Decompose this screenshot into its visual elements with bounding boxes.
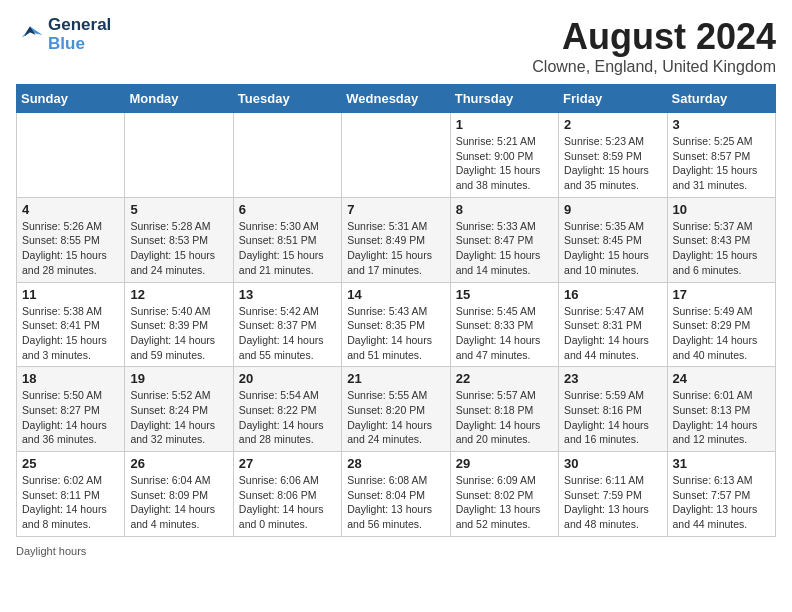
day-info: Sunrise: 6:13 AMSunset: 7:57 PMDaylight:… (673, 473, 770, 532)
calendar-cell (342, 113, 450, 198)
calendar-cell: 12Sunrise: 5:40 AMSunset: 8:39 PMDayligh… (125, 282, 233, 367)
day-number: 7 (347, 202, 444, 217)
day-number: 3 (673, 117, 770, 132)
day-of-week-header: Wednesday (342, 85, 450, 113)
day-number: 24 (673, 371, 770, 386)
day-number: 13 (239, 287, 336, 302)
calendar-cell: 3Sunrise: 5:25 AMSunset: 8:57 PMDaylight… (667, 113, 775, 198)
calendar-cell (17, 113, 125, 198)
calendar-cell: 29Sunrise: 6:09 AMSunset: 8:02 PMDayligh… (450, 452, 558, 537)
day-number: 17 (673, 287, 770, 302)
day-info: Sunrise: 5:54 AMSunset: 8:22 PMDaylight:… (239, 388, 336, 447)
calendar-cell: 7Sunrise: 5:31 AMSunset: 8:49 PMDaylight… (342, 197, 450, 282)
calendar-cell: 20Sunrise: 5:54 AMSunset: 8:22 PMDayligh… (233, 367, 341, 452)
logo: General Blue (16, 16, 111, 53)
calendar-header-row: SundayMondayTuesdayWednesdayThursdayFrid… (17, 85, 776, 113)
day-number: 8 (456, 202, 553, 217)
day-info: Sunrise: 6:08 AMSunset: 8:04 PMDaylight:… (347, 473, 444, 532)
calendar-cell: 25Sunrise: 6:02 AMSunset: 8:11 PMDayligh… (17, 452, 125, 537)
day-info: Sunrise: 5:52 AMSunset: 8:24 PMDaylight:… (130, 388, 227, 447)
day-number: 25 (22, 456, 119, 471)
calendar-week-row: 11Sunrise: 5:38 AMSunset: 8:41 PMDayligh… (17, 282, 776, 367)
day-number: 26 (130, 456, 227, 471)
day-info: Sunrise: 6:04 AMSunset: 8:09 PMDaylight:… (130, 473, 227, 532)
day-number: 2 (564, 117, 661, 132)
calendar-cell: 1Sunrise: 5:21 AMSunset: 9:00 PMDaylight… (450, 113, 558, 198)
day-number: 15 (456, 287, 553, 302)
day-info: Sunrise: 5:59 AMSunset: 8:16 PMDaylight:… (564, 388, 661, 447)
day-number: 28 (347, 456, 444, 471)
calendar-cell: 4Sunrise: 5:26 AMSunset: 8:55 PMDaylight… (17, 197, 125, 282)
day-number: 22 (456, 371, 553, 386)
day-info: Sunrise: 5:38 AMSunset: 8:41 PMDaylight:… (22, 304, 119, 363)
page-header: General Blue August 2024 Clowne, England… (16, 16, 776, 76)
day-number: 5 (130, 202, 227, 217)
day-info: Sunrise: 5:47 AMSunset: 8:31 PMDaylight:… (564, 304, 661, 363)
day-info: Sunrise: 5:50 AMSunset: 8:27 PMDaylight:… (22, 388, 119, 447)
calendar-cell: 14Sunrise: 5:43 AMSunset: 8:35 PMDayligh… (342, 282, 450, 367)
calendar-cell: 26Sunrise: 6:04 AMSunset: 8:09 PMDayligh… (125, 452, 233, 537)
day-number: 12 (130, 287, 227, 302)
day-info: Sunrise: 5:28 AMSunset: 8:53 PMDaylight:… (130, 219, 227, 278)
day-info: Sunrise: 5:33 AMSunset: 8:47 PMDaylight:… (456, 219, 553, 278)
day-info: Sunrise: 5:55 AMSunset: 8:20 PMDaylight:… (347, 388, 444, 447)
day-of-week-header: Thursday (450, 85, 558, 113)
calendar-cell: 16Sunrise: 5:47 AMSunset: 8:31 PMDayligh… (559, 282, 667, 367)
day-info: Sunrise: 5:30 AMSunset: 8:51 PMDaylight:… (239, 219, 336, 278)
day-info: Sunrise: 5:23 AMSunset: 8:59 PMDaylight:… (564, 134, 661, 193)
calendar-cell: 2Sunrise: 5:23 AMSunset: 8:59 PMDaylight… (559, 113, 667, 198)
calendar-cell: 8Sunrise: 5:33 AMSunset: 8:47 PMDaylight… (450, 197, 558, 282)
day-number: 19 (130, 371, 227, 386)
calendar-cell: 18Sunrise: 5:50 AMSunset: 8:27 PMDayligh… (17, 367, 125, 452)
day-info: Sunrise: 6:09 AMSunset: 8:02 PMDaylight:… (456, 473, 553, 532)
calendar-week-row: 25Sunrise: 6:02 AMSunset: 8:11 PMDayligh… (17, 452, 776, 537)
location-subtitle: Clowne, England, United Kingdom (532, 58, 776, 76)
calendar-week-row: 1Sunrise: 5:21 AMSunset: 9:00 PMDaylight… (17, 113, 776, 198)
calendar-cell (233, 113, 341, 198)
day-number: 16 (564, 287, 661, 302)
day-info: Sunrise: 5:45 AMSunset: 8:33 PMDaylight:… (456, 304, 553, 363)
day-of-week-header: Sunday (17, 85, 125, 113)
day-info: Sunrise: 5:43 AMSunset: 8:35 PMDaylight:… (347, 304, 444, 363)
day-number: 30 (564, 456, 661, 471)
day-info: Sunrise: 5:26 AMSunset: 8:55 PMDaylight:… (22, 219, 119, 278)
calendar-cell: 31Sunrise: 6:13 AMSunset: 7:57 PMDayligh… (667, 452, 775, 537)
day-info: Sunrise: 5:42 AMSunset: 8:37 PMDaylight:… (239, 304, 336, 363)
logo-line1: General (48, 16, 111, 35)
calendar-cell: 24Sunrise: 6:01 AMSunset: 8:13 PMDayligh… (667, 367, 775, 452)
calendar-cell: 21Sunrise: 5:55 AMSunset: 8:20 PMDayligh… (342, 367, 450, 452)
calendar-week-row: 4Sunrise: 5:26 AMSunset: 8:55 PMDaylight… (17, 197, 776, 282)
day-info: Sunrise: 5:31 AMSunset: 8:49 PMDaylight:… (347, 219, 444, 278)
day-info: Sunrise: 5:21 AMSunset: 9:00 PMDaylight:… (456, 134, 553, 193)
logo-line2: Blue (48, 35, 111, 54)
day-number: 1 (456, 117, 553, 132)
day-number: 20 (239, 371, 336, 386)
day-info: Sunrise: 5:25 AMSunset: 8:57 PMDaylight:… (673, 134, 770, 193)
calendar-cell: 30Sunrise: 6:11 AMSunset: 7:59 PMDayligh… (559, 452, 667, 537)
calendar-cell: 6Sunrise: 5:30 AMSunset: 8:51 PMDaylight… (233, 197, 341, 282)
day-info: Sunrise: 5:35 AMSunset: 8:45 PMDaylight:… (564, 219, 661, 278)
calendar-cell: 13Sunrise: 5:42 AMSunset: 8:37 PMDayligh… (233, 282, 341, 367)
calendar-cell: 22Sunrise: 5:57 AMSunset: 8:18 PMDayligh… (450, 367, 558, 452)
calendar-table: SundayMondayTuesdayWednesdayThursdayFrid… (16, 84, 776, 537)
day-number: 29 (456, 456, 553, 471)
day-of-week-header: Monday (125, 85, 233, 113)
day-number: 27 (239, 456, 336, 471)
day-of-week-header: Saturday (667, 85, 775, 113)
calendar-cell: 15Sunrise: 5:45 AMSunset: 8:33 PMDayligh… (450, 282, 558, 367)
day-number: 31 (673, 456, 770, 471)
day-number: 14 (347, 287, 444, 302)
footer-note: Daylight hours (16, 545, 776, 557)
calendar-cell: 17Sunrise: 5:49 AMSunset: 8:29 PMDayligh… (667, 282, 775, 367)
calendar-cell: 5Sunrise: 5:28 AMSunset: 8:53 PMDaylight… (125, 197, 233, 282)
calendar-cell (125, 113, 233, 198)
calendar-week-row: 18Sunrise: 5:50 AMSunset: 8:27 PMDayligh… (17, 367, 776, 452)
day-number: 4 (22, 202, 119, 217)
day-info: Sunrise: 6:11 AMSunset: 7:59 PMDaylight:… (564, 473, 661, 532)
month-year-title: August 2024 (532, 16, 776, 58)
day-number: 9 (564, 202, 661, 217)
day-number: 6 (239, 202, 336, 217)
day-info: Sunrise: 5:37 AMSunset: 8:43 PMDaylight:… (673, 219, 770, 278)
day-number: 21 (347, 371, 444, 386)
calendar-cell: 27Sunrise: 6:06 AMSunset: 8:06 PMDayligh… (233, 452, 341, 537)
